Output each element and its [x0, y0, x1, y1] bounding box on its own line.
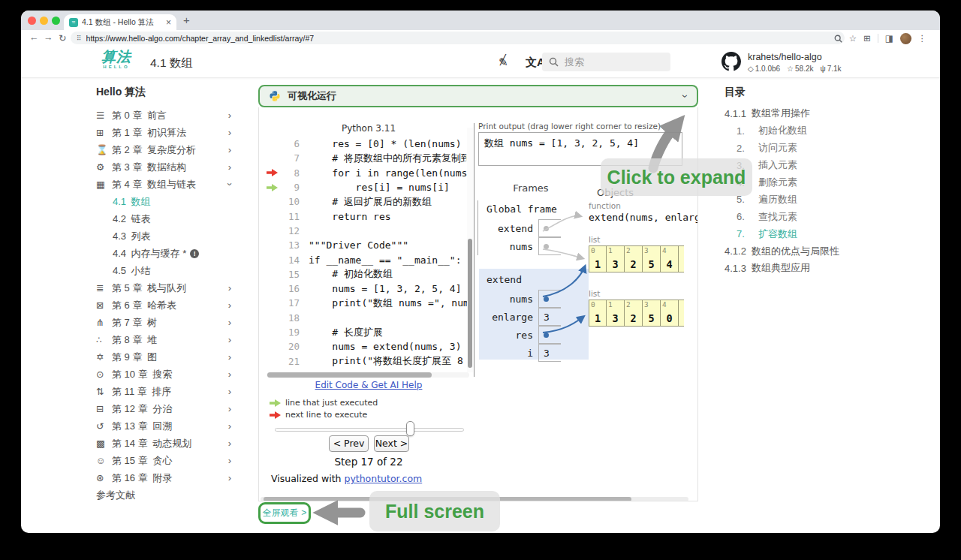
site-info-icon[interactable]: ⠿: [77, 35, 82, 42]
code-line: 20 nums = extend(nums, 3): [267, 339, 474, 354]
cell-value: 4: [661, 258, 678, 270]
profile-avatar[interactable]: [900, 33, 911, 44]
chevron-icon: ›: [228, 369, 231, 380]
toc-item-label: 初始化数组: [758, 124, 807, 137]
step-slider[interactable]: [275, 428, 464, 432]
cell-index: 0: [591, 300, 595, 309]
github-repo-link[interactable]: krahets/hello-algo ◇1.0.0b6 ☆58.2k ψ7.1k: [722, 52, 842, 73]
sidebar-item-4.2[interactable]: 4.2 链表: [96, 210, 231, 227]
chevron-icon: ›: [228, 351, 231, 363]
cell-value: 0: [661, 312, 678, 324]
prev-button[interactable]: < Prev: [329, 435, 369, 452]
extensions-icon[interactable]: ⊞: [863, 33, 871, 44]
search-input[interactable]: [565, 56, 655, 68]
list-cells: 0113223540: [589, 300, 684, 327]
chapter-icon: ▦: [96, 179, 112, 190]
theme-toggle-icon[interactable]: ✎╱: [499, 56, 508, 69]
maximize-window-button[interactable]: [52, 17, 60, 25]
sidebar-item-第4章[interactable]: ▦第 4 章 数组与链表›: [96, 176, 231, 193]
fullscreen-link[interactable]: 全屏观看 >: [263, 507, 306, 519]
sidebar-item-第5章[interactable]: ≣第 5 章 栈与队列›: [96, 279, 231, 297]
code-vertical-scrollbar-thumb[interactable]: [468, 239, 472, 368]
line-number: 13: [280, 239, 300, 251]
sidebar-item-第12章[interactable]: ⊟第 12 章 分治›: [96, 400, 231, 417]
line-number: 9: [280, 182, 300, 193]
pointer-dot-icon: [544, 226, 549, 231]
reload-button[interactable]: ↻: [59, 32, 66, 44]
toc-item[interactable]: 2.访问元素: [721, 140, 890, 157]
code-text: print("数组 nums =", num: [309, 297, 469, 310]
sidebar-item-第8章[interactable]: ∴第 8 章 堆›: [96, 331, 231, 348]
toc-item[interactable]: 7.扩容数组: [721, 225, 890, 242]
toc-item[interactable]: 4.1.1数组常用操作: [721, 105, 890, 122]
code-line: 18: [267, 311, 474, 325]
chapter-icon: ⚙: [96, 161, 112, 173]
toc-item[interactable]: 4.1.3数组典型应用: [721, 260, 890, 277]
toc-item-label: 访问元素: [758, 141, 797, 155]
sidebar-item-4.3[interactable]: 4.3 列表: [96, 227, 231, 245]
forks-value: 7.1k: [827, 65, 842, 73]
pythontutor-link[interactable]: pythontutor.com: [344, 473, 422, 484]
sidebar-item-第10章[interactable]: ⊙第 10 章 搜索›: [96, 366, 231, 383]
new-tab-button[interactable]: +: [183, 14, 190, 26]
sidebar-item-4.4[interactable]: 4.4 内存与缓存 *!: [96, 245, 231, 262]
sidebar-item[interactable]: 参考文献: [96, 486, 231, 504]
list-cell: 22: [625, 300, 643, 327]
tab-close-icon[interactable]: ×: [166, 17, 171, 28]
global-frame: Global frameextendnums: [477, 200, 590, 255]
close-window-button[interactable]: [28, 17, 36, 25]
visual-run-panel-header[interactable]: 可视化运行 ›: [258, 85, 698, 107]
page-title: 4.1 数组: [150, 56, 193, 71]
sidebar-item-第9章[interactable]: ✡第 9 章 图›: [96, 348, 231, 366]
chevron-icon: ›: [228, 161, 231, 173]
address-bar[interactable]: ⠿ https://www.hello-algo.com/chapter_arr…: [71, 32, 845, 44]
toc-item-number: 6.: [737, 211, 758, 222]
back-button[interactable]: ←: [29, 32, 39, 43]
chevron-icon: ›: [228, 334, 231, 345]
sidebar-item-第14章[interactable]: ▩第 14 章 动态规划›: [96, 435, 231, 452]
toc-title: 目录: [721, 86, 890, 104]
toc-item[interactable]: 1.初始化数组: [721, 122, 890, 140]
chevron-down-icon[interactable]: ›: [680, 95, 692, 98]
toc-item[interactable]: 6.查找元素: [721, 208, 890, 225]
code-area-border: [474, 123, 474, 377]
cell-value: 1: [589, 258, 606, 270]
toc-item[interactable]: 4.1.2数组的优点与局限性: [721, 242, 890, 260]
sidebar-item-第2章[interactable]: ⌛第 2 章 复杂度分析›: [96, 141, 231, 158]
step-slider-thumb[interactable]: [406, 421, 414, 436]
sidebar-item-第7章[interactable]: ⋔第 7 章 树›: [96, 314, 231, 331]
zoom-icon[interactable]: [834, 35, 842, 43]
code-horizontal-scrollbar-thumb[interactable]: [267, 372, 432, 378]
code-text: res = [0] * (len(nums): [309, 138, 462, 149]
cell-value: 3: [607, 312, 624, 324]
code-line: 15 # 初始化数组: [267, 267, 474, 282]
hello-algo-logo[interactable]: 算法 HELLO: [89, 50, 144, 69]
sidebar-item-label: 第 13 章 回溯: [112, 420, 172, 433]
repo-name: krahets/hello-algo: [748, 52, 842, 62]
menu-kebab-icon[interactable]: ⋮: [918, 33, 927, 44]
sidebar-item-第13章[interactable]: ↺第 13 章 回溯›: [96, 417, 231, 435]
sidebar-item-4.5[interactable]: 4.5 小结: [96, 262, 231, 279]
sidebar-item-第1章[interactable]: ⊞第 1 章 初识算法›: [96, 124, 231, 141]
line-number: 10: [280, 196, 300, 207]
sidebar-item-第16章[interactable]: ⊛第 16 章 附录›: [96, 469, 231, 486]
frame-title: extend: [487, 271, 589, 290]
browser-tab[interactable]: ≈ 4.1 数组 - Hello 算法 ×: [64, 14, 176, 30]
sidebar-item-第3章[interactable]: ⚙第 3 章 数据结构›: [96, 158, 231, 176]
sidebar-item-4.1[interactable]: 4.1 数组: [96, 193, 231, 210]
sidebar-item-第6章[interactable]: ⊠第 6 章 哈希表›: [96, 297, 231, 314]
chevron-icon: ›: [228, 403, 231, 414]
frame-variable-row: nums: [487, 237, 561, 255]
edit-code-link[interactable]: Edit Code & Get AI Help: [259, 380, 478, 390]
bookmark-star-icon[interactable]: ☆: [849, 33, 857, 44]
search-box[interactable]: [542, 53, 670, 71]
minimize-window-button[interactable]: [40, 17, 48, 25]
line-number: 11: [280, 211, 300, 222]
sidebar-item-第11章[interactable]: ⇅第 11 章 排序›: [96, 383, 231, 400]
next-button[interactable]: Next >: [374, 435, 409, 452]
sidebar-item-第0章[interactable]: ☰第 0 章 前言›: [96, 107, 231, 124]
function-signature: extend(nums, enlarg: [589, 212, 698, 223]
sidebar-item-第15章[interactable]: ☺第 15 章 贪心›: [96, 452, 231, 469]
side-panel-icon[interactable]: ◨: [885, 33, 893, 44]
forward-button[interactable]: →: [44, 32, 53, 43]
